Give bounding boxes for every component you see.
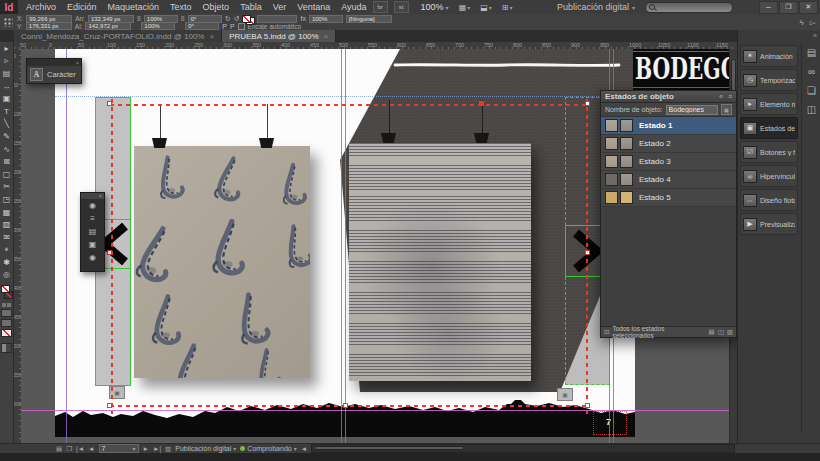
epub-preview-panel-button[interactable]: ▶Previsualización de i... [740, 213, 798, 235]
page-number-dropdown[interactable]: 7 ▾ [99, 444, 139, 453]
collapse-dock-icon[interactable]: » [813, 32, 817, 39]
statusbar-workspace-dropdown[interactable]: Publicación digital ▾ [175, 445, 236, 452]
eyedropper-tool[interactable]: ⌖ [0, 244, 13, 257]
hyperlinks-panel-button[interactable]: ∞Hipervínculos [740, 165, 798, 187]
document-tab[interactable]: PRUEBA 5.indd @ 100%× [222, 30, 336, 42]
minimize-button[interactable]: ─ [759, 1, 778, 14]
effects-icon[interactable]: fx [300, 15, 305, 22]
pages-panel-icon[interactable]: ▤ [807, 47, 816, 58]
restore-button[interactable]: ❐ [779, 1, 798, 14]
apply-none-button[interactable] [1, 329, 12, 337]
previous-page-button[interactable]: ◄ [88, 445, 94, 452]
direct-selection-tool[interactable]: ▹ [0, 55, 13, 68]
shear-field[interactable]: 0° [185, 22, 219, 30]
preflight-status[interactable]: Comprobando ▾ [240, 445, 296, 452]
menu-ventana[interactable]: Ventana [297, 2, 330, 12]
stroke-weight-dropdown[interactable] [257, 15, 297, 23]
state-row[interactable]: Estado 2 [601, 135, 736, 153]
search-input[interactable] [656, 3, 730, 13]
liquid-layout-panel-button[interactable]: ⇔Diseño flotante [740, 189, 798, 211]
state-row[interactable]: Estado 4 [601, 171, 736, 189]
apply-gradient-button[interactable] [1, 319, 12, 327]
selection-edge-top[interactable] [110, 104, 588, 106]
buttons-and-forms-panel-button[interactable]: ☑Botones y formularios [740, 141, 798, 163]
opacity-field[interactable]: 100% [309, 15, 343, 23]
export-icon[interactable]: ❒ [66, 445, 72, 453]
rotate-ccw-icon[interactable]: ↺ [234, 15, 240, 22]
hand-tool[interactable]: ✱ [0, 256, 13, 269]
menu-maquetacion[interactable]: Maquetación [108, 2, 160, 12]
thumbnail-button-1[interactable]: ▤ [81, 225, 104, 238]
floating-buttons-toolbar[interactable]: × ◉≡▤▣◉ [80, 192, 105, 272]
next-page-button[interactable]: ► [143, 445, 149, 452]
zoom-level-dropdown[interactable]: 100% ▾ [421, 2, 449, 12]
flip-vertical-icon[interactable]: P [230, 23, 235, 30]
reference-point-proxy-icon[interactable] [3, 17, 13, 27]
stock-icon[interactable]: st [394, 1, 409, 13]
zoom-tool[interactable]: ◎ [0, 269, 13, 282]
menu-edicion[interactable]: Edición [67, 2, 97, 12]
delete-state-icon[interactable]: ▥ [727, 328, 733, 336]
close-tab-icon[interactable]: × [324, 32, 329, 41]
selection-handle[interactable] [343, 403, 348, 408]
selection-handle[interactable] [107, 101, 112, 106]
search-box[interactable] [645, 2, 733, 13]
quick-apply-icon[interactable]: ϟ [800, 18, 804, 27]
screen-mode-dropdown[interactable]: ⬓▾ [480, 3, 492, 12]
panel-header[interactable]: Estados de objeto « ≡ [601, 91, 736, 103]
rectangle-frame-tool[interactable]: ⊠ [0, 155, 13, 168]
swirl-button[interactable]: ◉ [81, 199, 104, 212]
page-tool[interactable]: ▤ [0, 67, 13, 80]
selection-handle[interactable] [585, 403, 590, 408]
arrange-documents-dropdown[interactable]: ⊞▾ [502, 3, 513, 12]
animation-panel-button[interactable]: ✶Animación [740, 45, 798, 67]
menu-ayuda[interactable]: Ayuda [341, 2, 366, 12]
layers-panel-icon[interactable]: ❏ [807, 85, 816, 96]
menu-archivo[interactable]: Archivo [26, 2, 56, 12]
bodegon-title-frame[interactable]: BODEGON [633, 49, 737, 90]
paste-copied-icon[interactable]: ▤ [709, 328, 715, 336]
line-tool[interactable]: ╲ [0, 118, 13, 131]
close-icon[interactable]: × [76, 60, 79, 66]
selection-tool[interactable]: ▸ [0, 42, 13, 55]
state-options-icon[interactable]: ▦ [721, 104, 732, 115]
first-page-button[interactable]: |◄ [76, 445, 84, 452]
collapse-panel-icon[interactable]: « [719, 93, 723, 100]
object-name-input[interactable] [666, 105, 718, 115]
link-dimensions-icon[interactable]: 8 [137, 16, 141, 22]
note-tool[interactable]: ✉ [0, 231, 13, 244]
scroll-left-arrow[interactable]: ◄ [301, 445, 307, 452]
selection-handle-active[interactable] [479, 101, 484, 106]
bridge-icon[interactable]: br [373, 1, 388, 13]
links-panel-icon[interactable]: ◫ [807, 104, 816, 115]
flip-horizontal-icon[interactable]: P [222, 23, 227, 30]
rectangle-tool[interactable]: ▢ [0, 168, 13, 181]
height-field[interactable]: 142,972 px [85, 22, 131, 30]
document-tab[interactable]: Conni_Mendoza_Cruz-PORTAFOLIO.indd @ 100… [14, 30, 222, 42]
preview-spread-icon[interactable]: ▥ [165, 445, 171, 453]
pen-tool[interactable]: ✎ [0, 130, 13, 143]
selection-edge-bottom[interactable] [110, 405, 588, 407]
panel-menu-icon[interactable]: ≡ [728, 93, 732, 100]
timing-panel-button[interactable]: ◷Temporización [740, 69, 798, 91]
thumbnail-button-2[interactable]: ▣ [81, 238, 104, 251]
nose-sketches-artwork[interactable] [134, 146, 310, 378]
close-icon[interactable]: × [99, 193, 102, 199]
gradient-tool[interactable]: ▦ [0, 206, 13, 219]
state-row[interactable]: Estado 5 [601, 189, 736, 207]
last-page-button[interactable]: ►| [153, 445, 161, 452]
selection-handle[interactable] [585, 101, 590, 106]
close-tab-icon[interactable]: × [209, 32, 214, 41]
scale-y-field[interactable]: 100% [141, 22, 175, 30]
content-collector-tool[interactable]: ▣ [0, 92, 13, 105]
y-field[interactable]: 176,331 px [26, 22, 72, 30]
type-tool[interactable]: T [0, 105, 13, 118]
image-placeholder-icon[interactable]: ▣ [557, 388, 573, 401]
line-texture-artwork[interactable] [349, 143, 531, 381]
link-scale-icon[interactable]: 8 [181, 16, 185, 22]
selection-edge-right[interactable] [586, 99, 588, 414]
character-panel-collapsed[interactable]: × A Carácter [26, 58, 82, 84]
state-row[interactable]: Estado 3 [601, 153, 736, 171]
state-row[interactable]: Estado 1 [601, 117, 736, 135]
gap-tool[interactable]: ↔ [0, 80, 13, 93]
